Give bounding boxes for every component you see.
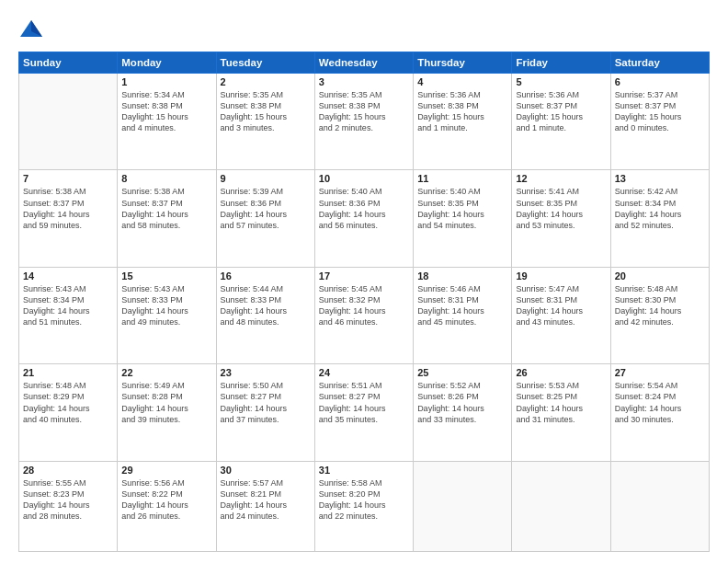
calendar-cell: 4Sunrise: 5:36 AM Sunset: 8:38 PM Daylig… (414, 74, 512, 170)
day-info: Sunrise: 5:38 AM Sunset: 8:37 PM Dayligh… (121, 186, 211, 231)
calendar-cell: 17Sunrise: 5:45 AM Sunset: 8:32 PM Dayli… (314, 267, 413, 363)
day-number: 31 (319, 465, 409, 476)
calendar-cell: 7Sunrise: 5:38 AM Sunset: 8:37 PM Daylig… (19, 170, 118, 267)
day-number: 13 (615, 173, 705, 184)
day-number: 17 (319, 270, 409, 282)
day-info: Sunrise: 5:55 AM Sunset: 8:23 PM Dayligh… (23, 477, 113, 523)
day-number: 7 (23, 173, 113, 184)
week-row-5: 28Sunrise: 5:55 AM Sunset: 8:23 PM Dayli… (19, 461, 710, 551)
calendar-cell: 3Sunrise: 5:35 AM Sunset: 8:38 PM Daylig… (314, 74, 413, 170)
day-number: 6 (615, 76, 705, 87)
calendar-cell: 18Sunrise: 5:46 AM Sunset: 8:31 PM Dayli… (414, 267, 512, 363)
calendar-cell: 23Sunrise: 5:50 AM Sunset: 8:27 PM Dayli… (216, 364, 314, 461)
day-number: 14 (23, 270, 113, 282)
day-info: Sunrise: 5:48 AM Sunset: 8:30 PM Dayligh… (615, 283, 705, 328)
weekday-header-friday: Friday (512, 52, 610, 74)
calendar-table: SundayMondayTuesdayWednesdayThursdayFrid… (18, 52, 710, 552)
day-number: 24 (319, 367, 409, 378)
weekday-header-thursday: Thursday (414, 52, 512, 74)
week-row-3: 14Sunrise: 5:43 AM Sunset: 8:34 PM Dayli… (19, 267, 710, 363)
calendar-cell: 13Sunrise: 5:42 AM Sunset: 8:34 PM Dayli… (610, 170, 709, 267)
calendar-cell: 22Sunrise: 5:49 AM Sunset: 8:28 PM Dayli… (118, 364, 216, 461)
calendar-cell: 6Sunrise: 5:37 AM Sunset: 8:37 PM Daylig… (610, 74, 709, 170)
day-info: Sunrise: 5:43 AM Sunset: 8:33 PM Dayligh… (121, 283, 211, 328)
day-number: 1 (121, 76, 211, 87)
day-info: Sunrise: 5:45 AM Sunset: 8:32 PM Dayligh… (319, 283, 409, 328)
weekday-header-row: SundayMondayTuesdayWednesdayThursdayFrid… (19, 52, 710, 74)
day-number: 27 (615, 367, 705, 378)
day-number: 16 (221, 270, 311, 282)
day-info: Sunrise: 5:58 AM Sunset: 8:20 PM Dayligh… (319, 477, 409, 523)
day-info: Sunrise: 5:56 AM Sunset: 8:22 PM Dayligh… (121, 477, 211, 523)
day-info: Sunrise: 5:35 AM Sunset: 8:38 PM Dayligh… (319, 89, 409, 134)
logo (18, 17, 48, 42)
day-number: 19 (516, 270, 606, 282)
calendar-cell: 29Sunrise: 5:56 AM Sunset: 8:22 PM Dayli… (118, 461, 216, 551)
calendar-cell: 1Sunrise: 5:34 AM Sunset: 8:38 PM Daylig… (118, 74, 216, 170)
calendar-cell: 30Sunrise: 5:57 AM Sunset: 8:21 PM Dayli… (216, 461, 314, 551)
day-number: 4 (417, 76, 507, 87)
day-number: 21 (23, 367, 113, 378)
day-info: Sunrise: 5:53 AM Sunset: 8:25 PM Dayligh… (516, 380, 606, 425)
day-number: 3 (319, 76, 409, 87)
calendar-cell: 16Sunrise: 5:44 AM Sunset: 8:33 PM Dayli… (216, 267, 314, 363)
day-info: Sunrise: 5:35 AM Sunset: 8:38 PM Dayligh… (221, 89, 311, 134)
day-info: Sunrise: 5:36 AM Sunset: 8:37 PM Dayligh… (516, 89, 606, 134)
week-row-1: 1Sunrise: 5:34 AM Sunset: 8:38 PM Daylig… (19, 74, 710, 170)
day-info: Sunrise: 5:39 AM Sunset: 8:36 PM Dayligh… (221, 186, 311, 231)
weekday-header-sunday: Sunday (19, 52, 118, 74)
calendar-cell: 19Sunrise: 5:47 AM Sunset: 8:31 PM Dayli… (512, 267, 610, 363)
day-info: Sunrise: 5:40 AM Sunset: 8:36 PM Dayligh… (319, 186, 409, 231)
header (18, 17, 710, 42)
calendar-cell: 24Sunrise: 5:51 AM Sunset: 8:27 PM Dayli… (314, 364, 413, 461)
day-number: 11 (417, 173, 507, 184)
day-number: 18 (417, 270, 507, 282)
calendar-cell: 20Sunrise: 5:48 AM Sunset: 8:30 PM Dayli… (610, 267, 709, 363)
day-number: 30 (221, 465, 311, 476)
weekday-header-monday: Monday (118, 52, 216, 74)
day-info: Sunrise: 5:40 AM Sunset: 8:35 PM Dayligh… (417, 186, 507, 231)
day-number: 25 (417, 367, 507, 378)
week-row-4: 21Sunrise: 5:48 AM Sunset: 8:29 PM Dayli… (19, 364, 710, 461)
weekday-header-saturday: Saturday (610, 52, 709, 74)
day-number: 2 (221, 76, 311, 87)
calendar-cell (610, 461, 709, 551)
day-info: Sunrise: 5:48 AM Sunset: 8:29 PM Dayligh… (23, 380, 113, 425)
day-number: 26 (516, 367, 606, 378)
calendar-cell: 26Sunrise: 5:53 AM Sunset: 8:25 PM Dayli… (512, 364, 610, 461)
day-info: Sunrise: 5:46 AM Sunset: 8:31 PM Dayligh… (417, 283, 507, 328)
day-info: Sunrise: 5:44 AM Sunset: 8:33 PM Dayligh… (221, 283, 311, 328)
day-number: 20 (615, 270, 705, 282)
day-info: Sunrise: 5:50 AM Sunset: 8:27 PM Dayligh… (221, 380, 311, 425)
day-number: 15 (121, 270, 211, 282)
calendar-cell: 2Sunrise: 5:35 AM Sunset: 8:38 PM Daylig… (216, 74, 314, 170)
day-info: Sunrise: 5:52 AM Sunset: 8:26 PM Dayligh… (417, 380, 507, 425)
calendar-cell: 8Sunrise: 5:38 AM Sunset: 8:37 PM Daylig… (118, 170, 216, 267)
calendar-cell (414, 461, 512, 551)
day-info: Sunrise: 5:57 AM Sunset: 8:21 PM Dayligh… (221, 477, 311, 523)
day-info: Sunrise: 5:37 AM Sunset: 8:37 PM Dayligh… (615, 89, 705, 134)
day-number: 8 (121, 173, 211, 184)
calendar-cell: 5Sunrise: 5:36 AM Sunset: 8:37 PM Daylig… (512, 74, 610, 170)
calendar-cell: 28Sunrise: 5:55 AM Sunset: 8:23 PM Dayli… (19, 461, 118, 551)
calendar-cell: 15Sunrise: 5:43 AM Sunset: 8:33 PM Dayli… (118, 267, 216, 363)
day-info: Sunrise: 5:38 AM Sunset: 8:37 PM Dayligh… (23, 186, 113, 231)
page: SundayMondayTuesdayWednesdayThursdayFrid… (0, 0, 728, 563)
calendar-cell: 10Sunrise: 5:40 AM Sunset: 8:36 PM Dayli… (314, 170, 413, 267)
calendar-cell: 11Sunrise: 5:40 AM Sunset: 8:35 PM Dayli… (414, 170, 512, 267)
day-info: Sunrise: 5:42 AM Sunset: 8:34 PM Dayligh… (615, 186, 705, 231)
calendar-cell (512, 461, 610, 551)
day-info: Sunrise: 5:51 AM Sunset: 8:27 PM Dayligh… (319, 380, 409, 425)
day-number: 23 (221, 367, 311, 378)
day-info: Sunrise: 5:41 AM Sunset: 8:35 PM Dayligh… (516, 186, 606, 231)
day-info: Sunrise: 5:36 AM Sunset: 8:38 PM Dayligh… (417, 89, 507, 134)
calendar-cell: 14Sunrise: 5:43 AM Sunset: 8:34 PM Dayli… (19, 267, 118, 363)
calendar-cell: 27Sunrise: 5:54 AM Sunset: 8:24 PM Dayli… (610, 364, 709, 461)
day-number: 22 (121, 367, 211, 378)
calendar-cell: 31Sunrise: 5:58 AM Sunset: 8:20 PM Dayli… (314, 461, 413, 551)
day-info: Sunrise: 5:34 AM Sunset: 8:38 PM Dayligh… (121, 89, 211, 134)
weekday-header-wednesday: Wednesday (314, 52, 413, 74)
day-info: Sunrise: 5:47 AM Sunset: 8:31 PM Dayligh… (516, 283, 606, 328)
day-number: 10 (319, 173, 409, 184)
day-number: 5 (516, 76, 606, 87)
